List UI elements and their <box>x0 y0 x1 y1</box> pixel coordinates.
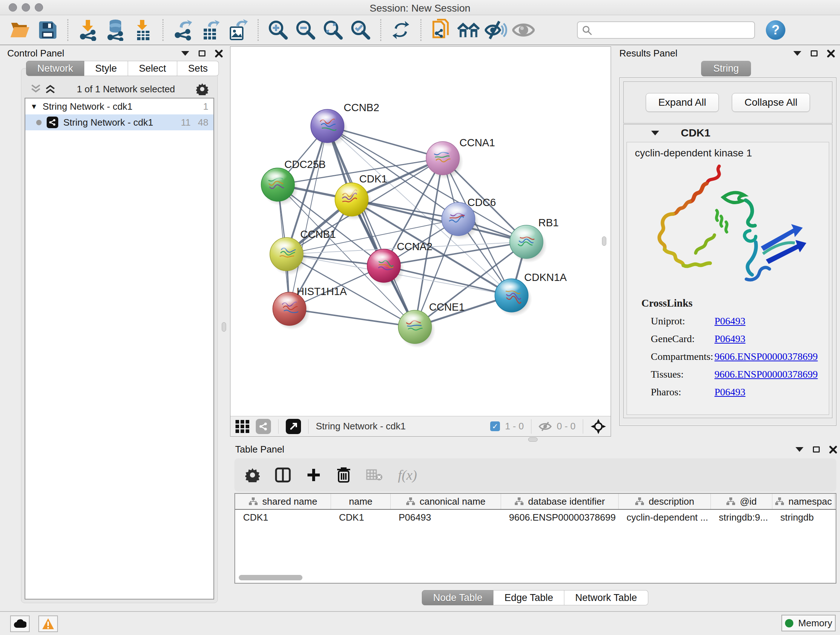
show-hide-icon[interactable] <box>485 19 507 41</box>
refresh-icon[interactable] <box>390 19 412 41</box>
preview-eye-icon[interactable] <box>512 19 535 41</box>
tab-string[interactable]: String <box>701 61 752 76</box>
column-header-namespac[interactable]: namespac <box>772 494 835 509</box>
network-edge-count: 48 <box>198 117 208 128</box>
network-collection-label: String Network - cdk1 <box>43 101 133 112</box>
memory-button[interactable]: Memory <box>782 615 836 631</box>
gear-icon[interactable] <box>245 468 260 482</box>
network-node[interactable]: RB1 <box>510 217 559 263</box>
zoom-out-icon[interactable] <box>294 19 317 41</box>
panel-menu-icon[interactable] <box>793 51 801 56</box>
right-splitter-handle[interactable] <box>602 236 606 246</box>
help-icon[interactable]: ? <box>766 20 785 40</box>
global-search-input[interactable] <box>577 21 755 39</box>
crosslink-pharos-link[interactable]: P06493 <box>714 386 745 398</box>
network-node[interactable]: CCNA1 <box>426 137 495 179</box>
grid-view-icon[interactable] <box>235 419 251 434</box>
open-session-icon[interactable] <box>9 19 32 41</box>
attribute-tree-icon <box>515 497 524 506</box>
crosshair-icon[interactable] <box>591 418 606 434</box>
import-network-file-icon[interactable] <box>77 19 99 41</box>
export-table-icon[interactable] <box>199 19 222 41</box>
table-cell[interactable]: stringdb:9... <box>711 510 772 525</box>
tab-select[interactable]: Select <box>128 61 177 76</box>
crosslink-compartments-link[interactable]: 9606.ENSP00000378699 <box>714 351 818 363</box>
network-collection-row[interactable]: ▼ String Network - cdk1 1 <box>25 98 213 114</box>
collapse-all-icon[interactable] <box>30 84 41 94</box>
export-network-icon[interactable] <box>172 19 194 41</box>
panel-float-icon[interactable] <box>813 447 820 453</box>
tab-edge-table[interactable]: Edge Table <box>493 590 564 605</box>
column-header-description[interactable]: description <box>619 494 711 509</box>
network-node[interactable]: CDC6 <box>442 196 496 240</box>
panel-float-icon[interactable] <box>199 50 205 57</box>
show-columns-icon[interactable] <box>275 467 291 483</box>
panel-menu-icon[interactable] <box>796 447 804 452</box>
network-canvas[interactable]: CCNB2CCNA1CDC25BCDK1CDC6RB1CCNB1CCNA2CDK… <box>231 47 611 416</box>
network-edge[interactable] <box>289 126 327 309</box>
table-cell[interactable]: 9606.ENSP00000378699 <box>501 510 619 525</box>
delete-column-icon[interactable] <box>336 467 351 483</box>
tree-expander-icon[interactable]: ▼ <box>30 103 38 111</box>
network-badge-icon[interactable] <box>256 419 271 434</box>
save-session-icon[interactable] <box>36 19 59 41</box>
panel-close-icon[interactable] <box>827 50 835 57</box>
zoom-in-icon[interactable] <box>267 19 289 41</box>
network-node[interactable]: HIST1H1A <box>273 286 347 330</box>
selected-checkbox-icon[interactable]: ✓ <box>490 421 500 431</box>
node-label: CDKN1A <box>524 272 567 283</box>
table-cell[interactable]: P06493 <box>391 510 501 525</box>
tab-network[interactable]: Network <box>26 61 84 76</box>
export-image-icon[interactable] <box>227 19 249 41</box>
import-network-database-icon[interactable] <box>104 19 126 41</box>
title-bar: Session: New Session <box>0 0 840 15</box>
crosslink-genecard-link[interactable]: P06493 <box>714 333 745 345</box>
panel-menu-icon[interactable] <box>181 51 189 56</box>
entry-expander-icon[interactable] <box>651 131 659 135</box>
network-node[interactable]: CDKN1A <box>495 272 567 317</box>
column-header-database-identifier[interactable]: database identifier <box>501 494 619 509</box>
panel-close-icon[interactable] <box>215 50 223 57</box>
table-cell[interactable]: stringdb <box>772 510 835 525</box>
crosslink-tissues-link[interactable]: 9606.ENSP00000378699 <box>714 369 818 380</box>
new-network-from-selection-icon[interactable] <box>430 19 452 41</box>
column-header-name[interactable]: name <box>331 494 391 509</box>
collapse-all-button[interactable]: Collapse All <box>732 93 810 112</box>
crosslink-uniprot-link[interactable]: P06493 <box>714 315 745 327</box>
gear-icon[interactable] <box>196 83 208 95</box>
memory-label: Memory <box>798 618 832 629</box>
column-header-shared-name[interactable]: shared name <box>235 494 331 509</box>
hidden-eye-icon[interactable] <box>538 421 552 432</box>
add-column-icon[interactable] <box>306 467 321 483</box>
column-header-@id[interactable]: @id <box>711 494 772 509</box>
table-cell[interactable]: CDK1 <box>235 510 331 525</box>
network-node-count: 11 <box>181 117 191 128</box>
tab-node-table[interactable]: Node Table <box>422 590 493 605</box>
panel-float-icon[interactable] <box>811 50 818 57</box>
panel-close-icon[interactable] <box>829 446 837 454</box>
table-row[interactable]: CDK1CDK1P064939606.ENSP00000378699cyclin… <box>235 510 836 525</box>
table-cell[interactable]: cyclin-dependent ... <box>619 510 711 525</box>
network-node[interactable]: CCNE1 <box>398 301 464 348</box>
table-horizontal-scrollbar[interactable] <box>234 573 836 582</box>
tab-sets[interactable]: Sets <box>177 61 219 76</box>
first-neighbors-icon[interactable] <box>457 19 480 41</box>
tab-style[interactable]: Style <box>84 61 128 76</box>
table-cell[interactable]: CDK1 <box>331 510 391 525</box>
scrollbar-thumb[interactable] <box>239 575 302 580</box>
tab-network-table[interactable]: Network Table <box>564 590 648 605</box>
warning-icon[interactable] <box>38 616 58 632</box>
column-header-canonical-name[interactable]: canonical name <box>391 494 501 509</box>
cloud-icon[interactable] <box>10 616 30 632</box>
expand-all-icon[interactable] <box>45 84 56 94</box>
expand-all-button[interactable]: Expand All <box>646 93 719 112</box>
search-icon <box>582 25 592 37</box>
network-node[interactable]: CCNB2 <box>311 102 379 147</box>
import-table-file-icon[interactable] <box>132 19 154 41</box>
zoom-selected-icon[interactable] <box>349 19 372 41</box>
birds-eye-view-icon[interactable] <box>286 419 301 434</box>
left-splitter-handle[interactable] <box>222 322 226 332</box>
network-row[interactable]: String Network - cdk1 11 48 <box>25 114 213 130</box>
crosslinks-title: CrossLinks <box>641 297 818 309</box>
zoom-fit-icon[interactable] <box>322 19 344 41</box>
